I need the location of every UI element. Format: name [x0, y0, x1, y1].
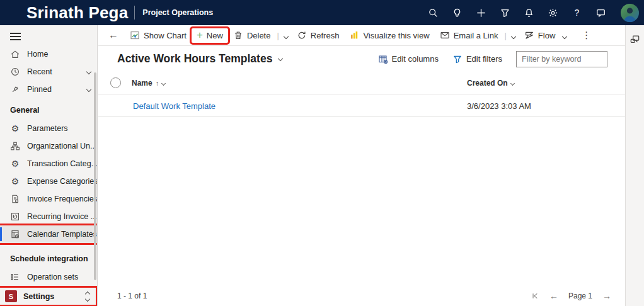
list-icon [10, 272, 20, 282]
new-button[interactable]: + New [192, 28, 228, 43]
grid-status-bar: 1 - 1 of 1 ← Page 1 → [98, 286, 625, 306]
sidebar-section-schedule-integration: Schedule integration [0, 249, 97, 268]
sidebar-item-pinned[interactable]: Pinned [0, 81, 97, 98]
sidebar-item-transaction-categories[interactable]: ⚙ Transaction Categ... [0, 155, 97, 173]
command-divider: | [275, 31, 280, 40]
column-menu-chevron-icon[interactable] [510, 81, 515, 85]
power-bi-icon [349, 30, 359, 40]
flow-chevron-icon[interactable] [559, 31, 570, 40]
invoice-document-icon [10, 194, 20, 204]
edit-columns-icon [378, 54, 388, 64]
previous-page-icon[interactable]: ← [549, 291, 558, 301]
delete-split-chevron-icon[interactable] [280, 31, 292, 40]
calendar-template-icon [10, 229, 20, 239]
chevron-down-icon[interactable] [86, 69, 91, 74]
view-selector-chevron-icon [278, 55, 283, 60]
help-icon[interactable]: ? [572, 8, 582, 18]
pagination: ← Page 1 → [531, 291, 611, 301]
topbar-icon-group: ? [428, 4, 644, 22]
refresh-button[interactable]: Refresh [292, 28, 345, 43]
visualize-view-button[interactable]: Visualize this view [344, 28, 434, 43]
top-navigation-bar: Srinath Pega Project Operations ? [0, 0, 644, 25]
command-bar: ← Show Chart + New Delete | Refresh Visu [98, 25, 625, 46]
next-page-icon[interactable]: → [602, 291, 611, 301]
column-menu-chevron-icon[interactable] [161, 81, 166, 85]
show-chart-icon [130, 30, 140, 40]
home-icon [10, 49, 20, 59]
recurring-invoice-icon [10, 212, 20, 222]
sidebar-section-general: General [0, 101, 97, 120]
gear-icon: ⚙ [10, 176, 20, 186]
hamburger-menu-icon[interactable] [10, 33, 21, 40]
brand-divider [134, 6, 135, 20]
record-range-label: 1 - 1 of 1 [117, 292, 147, 300]
gear-icon: ⚙ [10, 159, 20, 169]
org-brand-name[interactable]: Srinath Pega [26, 3, 128, 23]
sidebar-item-expense-categories[interactable]: ⚙ Expense Categories [0, 173, 97, 190]
area-switcher-chevrons-icon[interactable] [86, 292, 89, 301]
grid-header-row: Name ↑ Created On [98, 72, 625, 94]
email-link-button[interactable]: Email a Link [435, 28, 503, 43]
edit-filters-button[interactable]: Edit filters [452, 54, 502, 64]
column-header-name[interactable]: Name ↑ [132, 72, 165, 94]
clock-icon [10, 67, 20, 77]
edit-filters-funnel-icon [452, 54, 463, 64]
chevron-down-icon[interactable] [86, 87, 91, 92]
pin-icon [10, 84, 20, 94]
table-row[interactable]: Default Work Template 3/6/2023 3:03 AM [98, 94, 625, 117]
sidebar-item-recent[interactable]: Recent [0, 63, 97, 81]
select-all-checkbox[interactable] [110, 77, 121, 88]
flow-button[interactable]: Flow [519, 28, 575, 43]
command-divider: | [503, 31, 507, 40]
flow-icon [524, 30, 534, 40]
lightbulb-icon[interactable] [452, 8, 463, 18]
sidebar-item-recurring-invoice[interactable]: Recurring Invoice ... [0, 208, 97, 225]
feedback-chat-icon[interactable] [595, 8, 606, 18]
plus-icon: + [197, 31, 203, 40]
refresh-icon [297, 30, 307, 40]
app-name[interactable]: Project Operations [142, 8, 213, 17]
sidebar-item-parameters[interactable]: ⚙ Parameters [0, 120, 97, 137]
settings-area-badge: S [5, 290, 17, 302]
email-split-chevron-icon[interactable] [508, 31, 519, 40]
view-selector[interactable]: Active Work Hours Templates [117, 52, 282, 65]
user-avatar[interactable] [621, 4, 639, 22]
created-on-value: 3/6/2023 3:03 AM [467, 94, 531, 117]
edit-columns-button[interactable]: Edit columns [378, 54, 439, 64]
site-map-sidebar: Home Recent Pinned General ⚙ Parameters … [0, 25, 98, 306]
app-window: Srinath Pega Project Operations ? [0, 0, 644, 306]
sidebar-scrollbar[interactable] [94, 72, 96, 280]
sidebar-item-calendar-templates[interactable]: Calendar Templates [0, 225, 97, 243]
more-commands-icon[interactable]: ⋮ [575, 30, 597, 41]
gear-icon: ⚙ [10, 123, 20, 133]
right-side-pane-rail [625, 25, 644, 306]
view-header: Active Work Hours Templates Edit columns… [98, 46, 625, 72]
sidebar-item-invoice-frequencies[interactable]: Invoice Frequencies [0, 190, 97, 208]
sort-ascending-icon: ↑ [156, 79, 159, 87]
sidebar-item-home[interactable]: Home [0, 45, 97, 63]
record-link[interactable]: Default Work Template [133, 94, 216, 117]
area-switcher-settings[interactable]: S Settings [0, 288, 96, 305]
settings-gear-icon[interactable] [548, 8, 558, 18]
filter-icon[interactable] [500, 8, 510, 18]
search-icon[interactable] [428, 8, 439, 18]
sidebar-item-operation-sets[interactable]: Operation sets [0, 268, 97, 286]
main-content: ← Show Chart + New Delete | Refresh Visu [98, 25, 625, 306]
add-icon[interactable] [476, 8, 486, 18]
org-chart-icon [10, 141, 20, 151]
sidebar-item-organizational-units[interactable]: Organizational Un... [0, 137, 97, 155]
first-page-icon[interactable] [531, 292, 539, 300]
collaborate-pane-icon[interactable] [630, 34, 640, 45]
page-number-label: Page 1 [568, 292, 592, 300]
delete-button[interactable]: Delete [228, 28, 276, 43]
trash-icon [233, 30, 243, 40]
notifications-bell-icon[interactable] [524, 8, 534, 18]
column-header-created-on[interactable]: Created On [467, 72, 514, 94]
email-icon [440, 30, 450, 40]
filter-by-keyword-input[interactable] [516, 51, 607, 67]
back-button[interactable]: ← [105, 30, 125, 41]
show-chart-button[interactable]: Show Chart [125, 28, 192, 43]
